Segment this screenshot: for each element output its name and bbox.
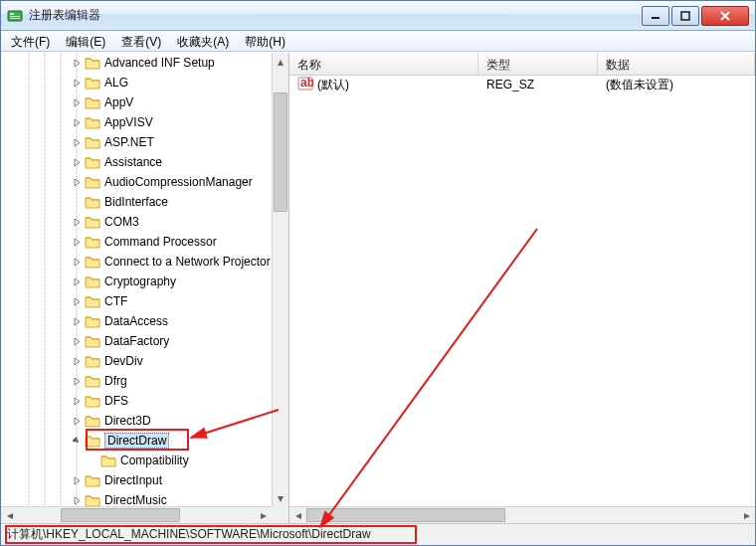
tree-node-label: CTF — [104, 294, 127, 308]
tree-horizontal-scrollbar[interactable]: ◂ ▸ — [1, 506, 272, 523]
svg-line-6 — [721, 12, 729, 20]
expand-icon[interactable] — [71, 295, 83, 307]
tree-node-label: DataAccess — [104, 314, 168, 328]
scroll-right-icon[interactable]: ▸ — [738, 507, 755, 523]
tree-node[interactable]: ALG — [1, 73, 272, 92]
tree-node[interactable]: DataFactory — [1, 331, 272, 351]
tree-node[interactable]: Cryptography — [1, 272, 272, 291]
tree-node[interactable]: Connect to a Network Projector — [1, 252, 272, 272]
titlebar[interactable]: 注册表编辑器 — [1, 1, 755, 31]
svg-rect-5 — [681, 12, 689, 20]
expand-icon[interactable] — [71, 375, 83, 387]
expand-icon[interactable] — [71, 256, 83, 268]
tree-node[interactable]: DirectInput — [1, 470, 272, 490]
tree-node-label: AudioCompressionManager — [104, 175, 253, 189]
tree-node[interactable]: Direct3D — [1, 411, 272, 431]
menu-file[interactable]: 文件(F) — [3, 31, 58, 51]
tree-node[interactable]: DFS — [1, 391, 272, 411]
expand-icon[interactable] — [71, 236, 83, 248]
tree-node-label: Cryptography — [104, 274, 176, 288]
minimize-button[interactable] — [642, 6, 669, 26]
tree-node-label: Direct3D — [104, 414, 151, 428]
scroll-up-icon[interactable]: ▴ — [273, 53, 288, 70]
value-data: (数值未设置) — [598, 77, 755, 93]
tree-node[interactable]: Compatibility — [1, 451, 272, 470]
tree-node[interactable]: Command Processor — [1, 232, 272, 252]
scroll-thumb[interactable] — [274, 92, 287, 212]
value-name: (默认) — [317, 77, 349, 93]
tree-node[interactable]: COM3 — [1, 212, 272, 232]
expand-icon[interactable] — [71, 96, 83, 108]
scroll-right-icon[interactable]: ▸ — [255, 507, 272, 523]
tree-node[interactable]: DataAccess — [1, 311, 272, 331]
window-title: 注册表编辑器 — [29, 7, 640, 24]
window-controls — [640, 6, 749, 26]
expand-icon[interactable] — [71, 395, 83, 407]
list-header: 名称 类型 数据 — [289, 53, 755, 76]
menu-view[interactable]: 查看(V) — [113, 31, 169, 51]
tree-node[interactable]: AppV — [1, 92, 272, 112]
expand-icon[interactable] — [71, 415, 83, 427]
tree-node-label: AppV — [104, 95, 133, 109]
expand-icon[interactable] — [71, 275, 83, 287]
maximize-button[interactable] — [671, 6, 699, 26]
svg-rect-1 — [10, 13, 14, 15]
statusbar: 计算机\HKEY_LOCAL_MACHINE\SOFTWARE\Microsof… — [1, 523, 755, 545]
menu-favorites[interactable]: 收藏夹(A) — [169, 31, 237, 51]
list-body[interactable]: ab(默认)REG_SZ(数值未设置) ◂ ▸ — [289, 76, 755, 523]
value-type: REG_SZ — [478, 78, 598, 91]
scroll-thumb[interactable] — [306, 508, 505, 522]
tree-node-label: DFS — [104, 394, 128, 408]
expand-icon[interactable] — [71, 355, 83, 367]
expand-icon[interactable] — [71, 216, 83, 228]
svg-rect-3 — [10, 18, 20, 19]
list-horizontal-scrollbar[interactable]: ◂ ▸ — [289, 506, 755, 523]
column-header-data[interactable]: 数据 — [598, 53, 755, 75]
column-header-type[interactable]: 类型 — [478, 53, 598, 75]
tree-node-label: Compatibility — [120, 454, 189, 467]
menu-help[interactable]: 帮助(H) — [237, 31, 293, 51]
scroll-thumb[interactable] — [61, 508, 180, 522]
expand-icon[interactable] — [71, 494, 83, 506]
tree-node[interactable]: ASP.NET — [1, 132, 272, 152]
svg-line-7 — [721, 12, 729, 20]
svg-text:ab: ab — [300, 76, 313, 90]
tree-view[interactable]: Advanced INF SetupALGAppVAppVISVASP.NETA… — [1, 53, 272, 506]
list-row[interactable]: ab(默认)REG_SZ(数值未设置) — [289, 76, 755, 93]
scroll-left-icon[interactable]: ◂ — [289, 507, 306, 523]
tree-node-label: DirectInput — [104, 473, 162, 487]
tree-node[interactable]: Assistance — [1, 152, 272, 172]
scroll-left-icon[interactable]: ◂ — [1, 507, 18, 523]
expand-icon[interactable] — [71, 474, 83, 486]
status-path: 计算机\HKEY_LOCAL_MACHINE\SOFTWARE\Microsof… — [7, 526, 371, 543]
tree-node[interactable]: DevDiv — [1, 351, 272, 371]
tree-node-label: AppVISV — [104, 115, 153, 129]
collapse-icon[interactable] — [71, 435, 83, 447]
tree-node[interactable]: BidInterface — [1, 192, 272, 212]
expand-icon[interactable] — [71, 57, 83, 69]
expand-icon[interactable] — [71, 335, 83, 347]
tree-node-label: Dfrg — [104, 374, 127, 388]
tree-node-label: ALG — [104, 76, 128, 90]
menu-edit[interactable]: 编辑(E) — [58, 31, 113, 51]
tree-node[interactable]: AudioCompressionManager — [1, 172, 272, 192]
expand-icon[interactable] — [71, 77, 83, 89]
tree-node-label: DataFactory — [104, 334, 169, 348]
close-button[interactable] — [701, 6, 749, 26]
tree-node[interactable]: DirectMusic — [1, 490, 272, 506]
tree-node[interactable]: CTF — [1, 291, 272, 311]
expand-icon[interactable] — [71, 136, 83, 148]
tree-node[interactable]: Dfrg — [1, 371, 272, 391]
expand-icon[interactable] — [71, 116, 83, 128]
scroll-down-icon[interactable]: ▾ — [273, 489, 288, 506]
tree-node[interactable]: AppVISV — [1, 112, 272, 132]
expand-icon[interactable] — [71, 156, 83, 168]
tree-node[interactable]: Advanced INF Setup — [1, 53, 272, 73]
tree-vertical-scrollbar[interactable]: ▴ ▾ — [272, 53, 288, 506]
expand-icon[interactable] — [71, 176, 83, 188]
column-header-name[interactable]: 名称 — [289, 53, 478, 75]
expand-icon[interactable] — [71, 315, 83, 327]
tree-node-label: DevDiv — [104, 354, 143, 368]
scroll-corner — [272, 506, 288, 523]
tree-node[interactable]: DirectDraw — [1, 431, 272, 451]
